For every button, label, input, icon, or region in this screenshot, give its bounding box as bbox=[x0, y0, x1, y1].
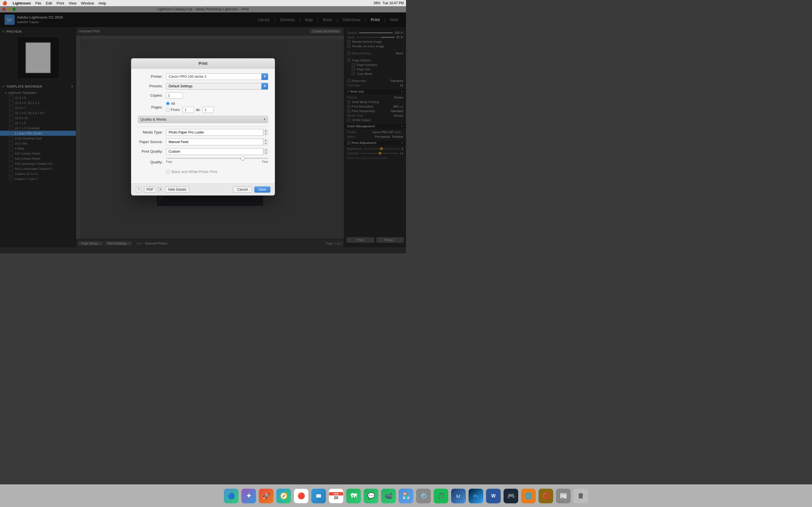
dialog-footer: ? PDF ▼ Hide Details Cancel Save bbox=[131, 183, 275, 195]
pages-control: All From: to: bbox=[166, 101, 268, 113]
separator-1 bbox=[138, 126, 268, 127]
quality-media-arrow: ⬍ bbox=[263, 118, 266, 121]
pdf-dropdown-button[interactable]: ▼ bbox=[158, 186, 163, 193]
cancel-button[interactable]: Cancel bbox=[233, 186, 252, 193]
quality-labels: Fast Fine bbox=[166, 160, 268, 163]
copies-label: Copies: bbox=[138, 93, 166, 98]
pages-from-radio[interactable] bbox=[166, 108, 170, 112]
paper-source-up[interactable]: ▲ bbox=[263, 138, 268, 142]
media-type-down[interactable]: ▼ bbox=[263, 132, 268, 136]
printer-select[interactable]: Canon PRO-100 series 3 bbox=[166, 73, 268, 80]
pages-from-text: From: bbox=[171, 108, 181, 112]
quality-media-label: Quality & Media bbox=[140, 117, 166, 121]
quality-slider-row: Quality: Fast Fine bbox=[138, 158, 268, 167]
printer-row: Printer: Canon PRO-100 series 3 ⬍ bbox=[138, 73, 268, 80]
menu-help[interactable]: Help bbox=[99, 1, 106, 5]
printer-label: Printer: bbox=[138, 74, 166, 78]
quality-slider-control: Fast Fine bbox=[166, 158, 268, 167]
pages-all-text: All bbox=[171, 101, 175, 106]
print-dialog: Print Printer: Canon PRO-100 series 3 ⬍ … bbox=[131, 58, 275, 195]
print-quality-select[interactable]: Custom bbox=[166, 148, 268, 155]
media-type-label: Media Type: bbox=[138, 130, 166, 134]
quality-slider-track[interactable] bbox=[166, 158, 268, 159]
paper-source-select[interactable]: Manual Feed bbox=[166, 138, 268, 145]
menu-view[interactable]: View bbox=[68, 1, 77, 5]
media-type-select[interactable]: Photo Paper Pro Luster bbox=[166, 129, 268, 136]
print-quality-label: Print Quality: bbox=[138, 149, 166, 154]
quality-media-bar[interactable]: Quality & Media ⬍ bbox=[138, 116, 268, 123]
menu-edit[interactable]: Edit bbox=[46, 1, 52, 5]
quality-slider-thumb[interactable] bbox=[241, 156, 245, 160]
pages-to-input[interactable] bbox=[202, 107, 214, 113]
paper-source-row: Paper Source: Manual Feed ▲ ▼ bbox=[138, 138, 268, 145]
quality-fine-label: Fine bbox=[262, 160, 268, 163]
presets-control: Default Settings ⬍ bbox=[166, 83, 268, 90]
paper-source-control: Manual Feed ▲ ▼ bbox=[166, 138, 268, 145]
pages-range: From: to: bbox=[166, 107, 268, 113]
paper-source-spinner: Manual Feed ▲ ▼ bbox=[166, 138, 268, 145]
copies-input[interactable] bbox=[166, 93, 183, 99]
dialog-title: Print bbox=[199, 61, 207, 66]
hide-details-button[interactable]: Hide Details bbox=[165, 186, 190, 193]
printer-select-wrapper: Canon PRO-100 series 3 ⬍ bbox=[166, 73, 268, 80]
pages-from-input[interactable] bbox=[183, 107, 194, 113]
pages-all-radio[interactable] bbox=[166, 102, 170, 105]
save-button[interactable]: Save bbox=[254, 186, 270, 193]
presets-select-wrapper: Default Settings ⬍ bbox=[166, 83, 268, 90]
copies-row: Copies: bbox=[138, 93, 268, 99]
pages-options: All bbox=[166, 101, 268, 106]
print-quality-row: Print Quality: Custom ▲ ▼ bbox=[138, 148, 268, 155]
menu-window[interactable]: Window bbox=[81, 1, 94, 5]
media-type-up[interactable]: ▲ bbox=[263, 129, 268, 133]
printer-control: Canon PRO-100 series 3 ⬍ bbox=[166, 73, 268, 80]
paper-source-down[interactable]: ▼ bbox=[263, 142, 268, 145]
media-type-row: Media Type: Photo Paper Pro Luster ▲ ▼ bbox=[138, 129, 268, 136]
pages-from-label[interactable]: From: bbox=[166, 108, 181, 112]
apple-menu[interactable]: 🍎 bbox=[2, 1, 7, 5]
bw-control: Black and White Photo Print bbox=[166, 170, 268, 174]
quality-fast-label: Fast bbox=[166, 160, 172, 163]
menu-bar-right: 39% Tue 10:47 PM bbox=[373, 1, 404, 5]
menu-lightroom[interactable]: Lightroom bbox=[13, 1, 31, 5]
pages-label: Pages: bbox=[138, 105, 166, 109]
quality-slider-container: Fast Fine bbox=[166, 158, 268, 163]
menu-print[interactable]: Print bbox=[57, 1, 64, 5]
presets-row: Presets: Default Settings ⬍ bbox=[138, 83, 268, 90]
presets-select[interactable]: Default Settings bbox=[166, 83, 268, 90]
pages-to-text: to: bbox=[196, 108, 200, 112]
media-type-control: Photo Paper Pro Luster ▲ ▼ bbox=[166, 129, 268, 136]
menu-bar: 🍎 Lightroom File Edit Print View Window … bbox=[0, 0, 406, 6]
bw-label: Black and White Photo Print bbox=[171, 170, 217, 174]
bw-checkbox[interactable] bbox=[166, 170, 170, 173]
clock: Tue 10:47 PM bbox=[383, 1, 404, 5]
print-quality-down[interactable]: ▼ bbox=[263, 152, 268, 155]
print-quality-control: Custom ▲ ▼ bbox=[166, 148, 268, 155]
paper-source-arrows: ▲ ▼ bbox=[263, 138, 268, 145]
battery-indicator: 39% bbox=[373, 1, 380, 5]
print-quality-up[interactable]: ▲ bbox=[263, 148, 268, 152]
quality-label: Quality: bbox=[138, 160, 166, 164]
paper-source-label: Paper Source: bbox=[138, 140, 166, 144]
bw-row: Black and White Photo Print bbox=[138, 170, 268, 176]
menu-file[interactable]: File bbox=[35, 1, 41, 5]
dialog-title-bar: Print bbox=[131, 58, 275, 69]
pages-all-label[interactable]: All bbox=[166, 101, 175, 106]
presets-label: Presets: bbox=[138, 84, 166, 88]
print-quality-spinner: Custom ▲ ▼ bbox=[166, 148, 268, 155]
pdf-button[interactable]: PDF bbox=[144, 186, 156, 193]
quality-media-container: Quality & Media ⬍ bbox=[138, 116, 268, 123]
help-button[interactable]: ? bbox=[136, 186, 142, 193]
pages-row: Pages: All From: to: bbox=[138, 101, 268, 113]
copies-control bbox=[166, 93, 268, 99]
pdf-label: PDF bbox=[147, 187, 153, 191]
dialog-body: Printer: Canon PRO-100 series 3 ⬍ Preset… bbox=[131, 69, 275, 183]
media-type-arrows: ▲ ▼ bbox=[263, 129, 268, 136]
dialog-overlay: Print Printer: Canon PRO-100 series 3 ⬍ … bbox=[0, 0, 406, 253]
print-quality-arrows: ▲ ▼ bbox=[263, 148, 268, 155]
media-type-spinner: Photo Paper Pro Luster ▲ ▼ bbox=[166, 129, 268, 136]
